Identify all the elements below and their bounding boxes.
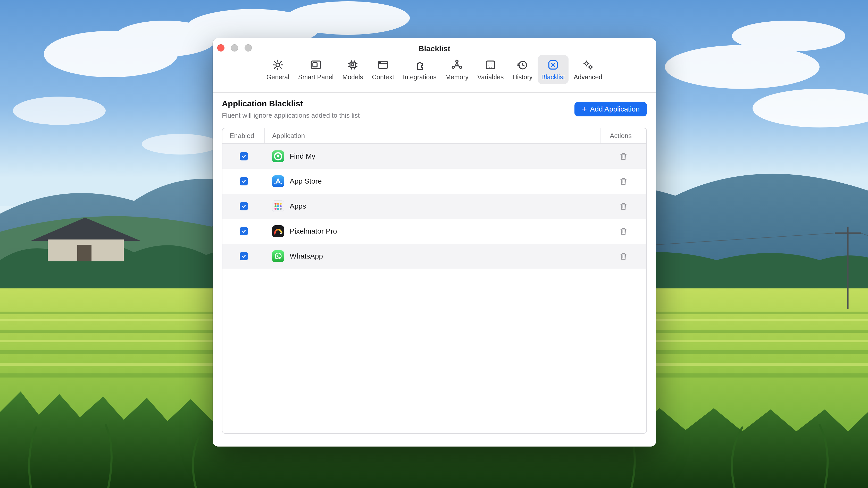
delete-button[interactable] xyxy=(618,201,629,212)
table-row: Apps xyxy=(222,194,646,219)
app-name: App Store xyxy=(290,177,322,186)
tab-models[interactable]: Models xyxy=(339,55,367,84)
puzzle-icon xyxy=(413,58,426,72)
settings-toolbar: General Smart Panel Models xyxy=(213,55,656,84)
enabled-checkbox[interactable] xyxy=(240,152,248,160)
app-store-app-icon xyxy=(272,175,284,187)
delete-button[interactable] xyxy=(618,251,629,262)
tab-label: Advanced xyxy=(574,73,602,81)
trash-icon xyxy=(619,252,628,261)
delete-button[interactable] xyxy=(618,226,629,237)
tab-label: Integrations xyxy=(403,73,437,81)
app-name: Find My xyxy=(290,152,315,160)
table-row: WhatsApp xyxy=(222,243,646,269)
enabled-checkbox[interactable] xyxy=(240,227,248,235)
page-title: Application Blacklist xyxy=(222,99,360,108)
braces-icon: {} xyxy=(484,58,497,72)
gear-icon xyxy=(271,58,284,72)
trash-icon xyxy=(619,177,628,186)
chip-icon xyxy=(346,58,360,72)
trash-icon xyxy=(619,152,628,161)
tab-label: Context xyxy=(372,73,394,81)
add-application-label: Add Application xyxy=(590,105,640,113)
check-icon xyxy=(241,203,247,209)
check-icon xyxy=(241,178,247,184)
check-icon xyxy=(241,154,247,159)
svg-text:{}: {} xyxy=(488,62,494,68)
column-header-enabled: Enabled xyxy=(222,128,265,143)
table-row: App Store xyxy=(222,169,646,194)
add-application-button[interactable]: + Add Application xyxy=(575,102,647,117)
tab-label: Smart Panel xyxy=(298,73,334,81)
blacklist-table: Enabled Application Actions xyxy=(222,128,647,434)
titlebar: Blacklist General Smart Panel xyxy=(213,38,656,92)
tab-label: History xyxy=(513,73,532,81)
app-name: Pixelmator Pro xyxy=(290,227,337,235)
nodes-icon xyxy=(450,58,464,72)
table-row: Find My xyxy=(222,144,646,169)
table-header: Enabled Application Actions xyxy=(222,128,646,144)
plus-icon: + xyxy=(582,104,587,113)
tab-context[interactable]: Context xyxy=(368,55,398,84)
trash-icon xyxy=(619,227,628,236)
blacklist-pane: Application Blacklist Fluent will ignore… xyxy=(213,93,656,447)
tab-history[interactable]: History xyxy=(509,55,536,84)
check-icon xyxy=(241,228,247,234)
delete-button[interactable] xyxy=(618,175,629,187)
whatsapp-app-icon xyxy=(272,250,284,262)
window-icon xyxy=(376,58,390,72)
tab-label: General xyxy=(267,73,289,81)
enabled-checkbox[interactable] xyxy=(240,202,248,210)
enabled-checkbox[interactable] xyxy=(240,177,248,186)
app-name: WhatsApp xyxy=(290,252,323,260)
delete-button[interactable] xyxy=(618,151,629,162)
table-row: Pixelmator Pro xyxy=(222,219,646,243)
tab-integrations[interactable]: Integrations xyxy=(399,55,440,84)
tab-advanced[interactable]: Advanced xyxy=(570,55,606,84)
settings-window: Blacklist General Smart Panel xyxy=(213,38,656,447)
column-header-application: Application xyxy=(265,128,600,143)
app-name: Apps xyxy=(290,202,306,210)
gears-icon xyxy=(581,58,595,72)
tab-smart-panel[interactable]: Smart Panel xyxy=(294,55,337,84)
tab-general[interactable]: General xyxy=(263,55,293,84)
tab-memory[interactable]: Memory xyxy=(442,55,472,84)
trash-icon xyxy=(619,202,628,211)
check-icon xyxy=(241,253,247,259)
tab-label: Models xyxy=(342,73,363,81)
apps-app-icon xyxy=(272,200,284,212)
tab-label: Variables xyxy=(477,73,504,81)
x-square-icon xyxy=(546,58,560,72)
window-title: Blacklist xyxy=(213,44,656,53)
tab-variables[interactable]: {} Variables xyxy=(474,55,507,84)
pixelmator-pro-app-icon xyxy=(272,225,284,237)
tab-label: Memory xyxy=(445,73,468,81)
panel-icon xyxy=(309,58,323,72)
enabled-checkbox[interactable] xyxy=(240,252,248,260)
clock-arrow-icon xyxy=(516,58,529,72)
column-header-actions: Actions xyxy=(600,128,646,143)
tab-label: Blacklist xyxy=(541,73,565,81)
tab-blacklist[interactable]: Blacklist xyxy=(537,55,568,84)
find-my-app-icon xyxy=(272,151,284,162)
page-subtitle: Fluent will ignore applications added to… xyxy=(222,111,360,120)
